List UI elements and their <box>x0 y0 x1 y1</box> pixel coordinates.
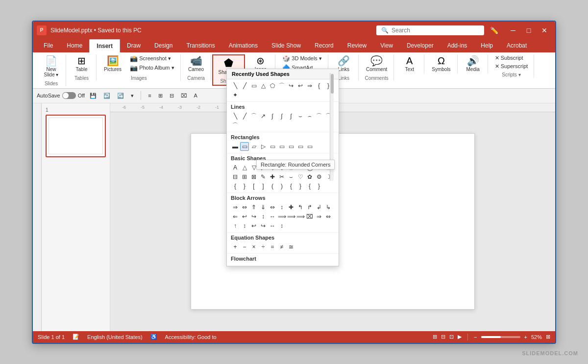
slide-thumbnail[interactable] <box>46 115 106 157</box>
shape-item[interactable]: ╲ <box>231 81 240 90</box>
save-button[interactable]: 💾 <box>88 92 98 100</box>
media-button[interactable]: 🔊 Media <box>463 54 483 73</box>
shape-item[interactable]: ✿ <box>305 172 314 181</box>
table-button[interactable]: ⊞ Table <box>72 54 92 73</box>
comment-button[interactable]: 💬 Comment <box>364 54 390 73</box>
shape-item[interactable]: ⚙ <box>315 172 323 181</box>
shape-item[interactable]: ✚ <box>268 172 277 181</box>
new-slide-button[interactable]: 📄 NewSlide ▾ <box>41 54 62 79</box>
shape-item[interactable]: ⇒ <box>305 81 314 90</box>
tab-draw[interactable]: Draw <box>120 39 147 52</box>
photo-album-button[interactable]: 📷 Photo Album ▾ <box>128 64 176 72</box>
shape-item[interactable]: ✚ <box>287 203 295 212</box>
shape-item[interactable]: [ <box>249 182 258 191</box>
shape-item[interactable]: ▬ <box>231 142 240 151</box>
shape-item[interactable]: ↪ <box>249 212 258 221</box>
shape-item[interactable]: ∫ <box>277 112 286 121</box>
shape-item[interactable]: ▭ <box>249 81 258 90</box>
zoom-slider[interactable] <box>481 336 520 338</box>
shape-item[interactable]: ↑ <box>231 221 240 230</box>
tab-developer[interactable]: Developer <box>400 39 441 52</box>
shape-item[interactable]: ⊞ <box>240 172 249 181</box>
shape-item[interactable]: ↳ <box>324 203 333 212</box>
toolbar-item-3[interactable]: ⊟ <box>168 92 176 100</box>
shape-item[interactable]: ⇔ <box>324 212 333 221</box>
shape-item[interactable]: ÷ <box>259 243 268 251</box>
shape-item[interactable]: ↕ <box>240 221 249 230</box>
shape-item[interactable]: } <box>240 182 249 191</box>
shape-item[interactable]: } <box>296 182 305 191</box>
shape-item[interactable]: ⌣ <box>296 112 305 121</box>
zoom-out-icon[interactable]: − <box>474 334 477 340</box>
shape-item[interactable]: } <box>315 182 323 191</box>
minimize-button[interactable]: ─ <box>506 24 520 37</box>
more-toolbar-button[interactable]: ▾ <box>129 92 136 100</box>
shape-item[interactable]: ⌢ <box>305 112 314 121</box>
shape-item[interactable]: ↔ <box>268 212 277 221</box>
view-normal-icon[interactable]: ⊞ <box>433 334 437 340</box>
shape-item[interactable]: ↗ <box>259 112 268 121</box>
shape-item[interactable]: ⇓ <box>259 203 268 212</box>
3d-models-button[interactable]: 🎲 3D Models ▾ <box>280 54 324 63</box>
shape-item[interactable]: ⟹ <box>277 212 286 221</box>
shape-item-selected[interactable]: ▭ <box>240 142 249 151</box>
cameo-button[interactable]: 📹 Cameo <box>186 54 206 73</box>
shape-item[interactable]: ⇒ <box>231 203 240 212</box>
shape-item[interactable]: ♡ <box>296 172 305 181</box>
tab-view[interactable]: View <box>373 39 400 52</box>
shape-item[interactable]: ↕ <box>259 212 268 221</box>
toolbar-item-4[interactable]: ⌧ <box>179 92 189 100</box>
autosave-toggle[interactable] <box>62 92 76 99</box>
shape-item[interactable]: ⌒ <box>315 112 323 121</box>
shape-item[interactable]: ↱ <box>305 203 314 212</box>
view-reading-icon[interactable]: ⊡ <box>449 334 454 340</box>
shape-item[interactable]: ⇒ <box>315 212 323 221</box>
shape-item[interactable]: ▭ <box>296 142 305 151</box>
shape-item[interactable]: ▭ <box>287 142 295 151</box>
shape-item[interactable]: ↕ <box>277 221 286 230</box>
shape-item[interactable]: ↪ <box>259 221 268 230</box>
shape-item[interactable]: − <box>240 243 249 251</box>
redo-button[interactable]: ↪️ <box>115 92 126 100</box>
shape-item[interactable]: ⇔ <box>240 203 249 212</box>
view-slide-sorter-icon[interactable]: ⊟ <box>441 334 445 340</box>
shape-item[interactable]: ✂ <box>277 172 286 181</box>
shape-item[interactable]: ⊠ <box>249 172 258 181</box>
shape-item[interactable]: △ <box>259 81 268 90</box>
toolbar-item-5[interactable]: A <box>192 92 199 99</box>
shape-item[interactable]: ↪ <box>287 81 295 90</box>
edit-icon[interactable]: ✏️ <box>490 26 498 34</box>
search-box[interactable]: 🔍 <box>376 25 484 35</box>
shape-item[interactable]: ⌣ <box>287 172 295 181</box>
shape-item[interactable]: ∫ <box>268 112 277 121</box>
shape-item[interactable]: ▱ <box>249 142 258 151</box>
subscript-button[interactable]: ✕ Subscript <box>493 54 525 62</box>
text-button[interactable]: A Text <box>399 54 420 73</box>
shape-item[interactable]: ) <box>277 182 286 191</box>
shape-item[interactable]: ▭ <box>305 142 314 151</box>
pictures-button[interactable]: 🖼️ Pictures <box>101 54 124 73</box>
tab-help[interactable]: Help <box>474 39 500 52</box>
shape-item[interactable]: A <box>231 163 240 172</box>
shape-item[interactable]: ↩ <box>240 212 249 221</box>
shape-item[interactable]: { <box>315 81 323 90</box>
undo-button[interactable]: ↩️ <box>101 92 112 100</box>
superscript-button[interactable]: ✕ Superscript <box>493 63 530 70</box>
search-input[interactable] <box>392 27 479 34</box>
shape-item[interactable]: ▷ <box>259 142 268 151</box>
shape-item[interactable]: ⇑ <box>249 203 258 212</box>
shape-item[interactable]: ⌧ <box>305 212 314 221</box>
shape-item[interactable]: ⊟ <box>231 172 240 181</box>
shape-item[interactable]: ⌒ <box>231 121 240 130</box>
shape-item[interactable]: ⇔ <box>268 203 277 212</box>
shape-item[interactable]: ( <box>268 182 277 191</box>
shape-item[interactable]: ⟹ <box>287 212 295 221</box>
shape-item[interactable]: ≠ <box>277 243 286 251</box>
shape-item[interactable]: × <box>249 243 258 251</box>
tab-animations[interactable]: Animations <box>222 39 265 52</box>
shape-item[interactable]: ✎ <box>259 172 268 181</box>
screenshot-button[interactable]: 📸 Screenshot ▾ <box>128 54 176 63</box>
shape-item[interactable]: ╱ <box>240 81 249 90</box>
shape-item[interactable]: ╲ <box>231 112 240 121</box>
shape-item[interactable]: ∫ <box>287 112 295 121</box>
